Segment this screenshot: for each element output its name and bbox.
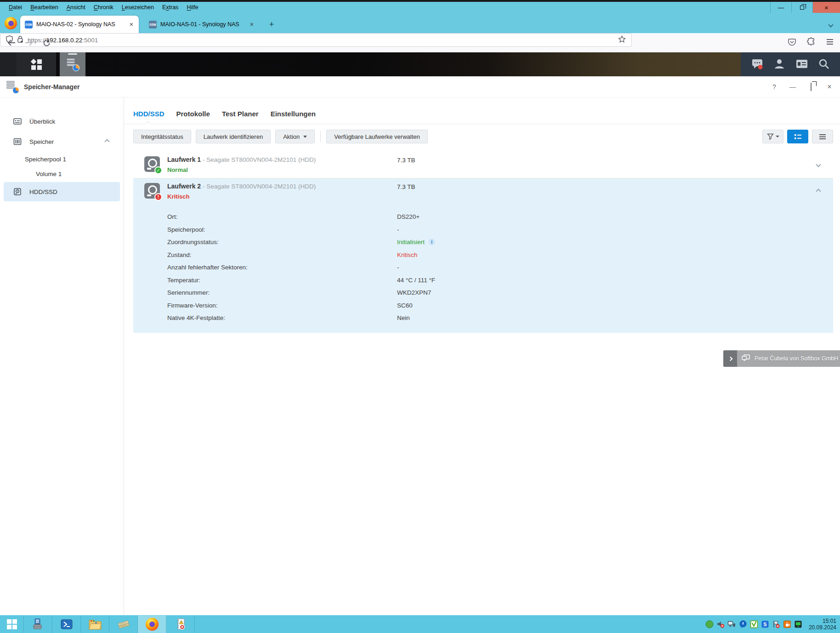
tab-title: MAIO-NAS-02 - Synology NAS [36, 21, 125, 28]
tray-network-icon[interactable] [727, 620, 736, 628]
firefox-menubar: Datei Bearbeiten Ansicht Chronik Lesezei… [0, 2, 840, 13]
drive-row-laufwerk-1[interactable]: ✓ Laufwerk 1 - Seagate ST8000VN004-2M210… [133, 152, 833, 178]
detail-row: Ort:DS220+ [167, 211, 833, 223]
laufwerk-identifizieren-button[interactable]: Laufwerk identifizieren [196, 130, 271, 143]
minimize-button[interactable]: — [789, 83, 797, 91]
storage-manager-icon [67, 58, 79, 70]
tab-protokolle[interactable]: Protokolle [176, 110, 210, 119]
firefox-tabbar: DSM MAIO-NAS-02 - Synology NAS × DSM MAI… [0, 13, 840, 33]
sidebar-item-speicher[interactable]: Speicher [4, 133, 120, 150]
menu-datei[interactable]: Datei [5, 3, 26, 11]
filter-button[interactable] [762, 130, 783, 143]
collapse-chevron-icon[interactable] [816, 188, 821, 194]
drive-row-laufwerk-2[interactable]: ! Laufwerk 2 - Seagate ST8000VN004-2M210… [133, 178, 833, 205]
dsm-bar-left-pad [0, 52, 17, 76]
panel-expand-button[interactable] [723, 350, 737, 367]
list-view-icon [794, 133, 802, 140]
compact-view-button[interactable] [812, 130, 833, 143]
close-window-button[interactable]: × [812, 2, 840, 13]
dsm-storage-manager-task-button[interactable] [60, 52, 85, 76]
svg-text:S: S [763, 622, 766, 627]
taskbar-notebook-error-app[interactable] [166, 616, 195, 633]
tray-volume-muted-icon[interactable] [716, 620, 725, 628]
dsm-main-menu-button[interactable] [17, 52, 56, 76]
pocket-icon[interactable] [788, 38, 796, 47]
taskbar-clock[interactable]: 15:01 20.09.2024 [809, 618, 836, 631]
sidebar-item-hdd-ssd[interactable]: HDD/SSD [4, 182, 120, 201]
sidebar-item-ueberblick[interactable]: Überblick [4, 113, 120, 130]
tray-green-v-icon[interactable] [750, 620, 758, 628]
tray-flag-error-icon[interactable] [772, 620, 780, 628]
tab-test-planer[interactable]: Test Planer [222, 110, 259, 119]
content-tabs: HDD/SSD Protokolle Test Planer Einstellu… [124, 105, 840, 124]
taskbar-books-app[interactable] [109, 616, 138, 633]
drive-name: Laufwerk 2 - Seagate ST8000VN004-2M2101 … [167, 182, 316, 190]
taskbar-powershell[interactable] [52, 616, 81, 633]
menu-bearbeiten[interactable]: Bearbeiten [26, 3, 62, 11]
bookmark-star-icon[interactable] [618, 35, 626, 45]
tray-sophos-icon[interactable]: S [761, 620, 769, 628]
hamburger-menu-icon[interactable] [826, 39, 834, 46]
restore-window-button[interactable] [791, 2, 812, 13]
menu-lesezeichen[interactable]: Lesezeichen [118, 3, 158, 11]
start-button[interactable] [0, 616, 24, 633]
tray-remote-monitor-icon[interactable] [794, 620, 802, 628]
dsm-favicon: DSM [149, 21, 157, 29]
screens-icon [742, 354, 750, 363]
info-icon[interactable]: i [428, 239, 435, 245]
teamviewer-session-panel: Petar Čubela von Softbox GmbH [723, 350, 840, 367]
taskbar-firefox[interactable] [138, 616, 166, 633]
detail-row: Zustand:Kritisch [167, 249, 833, 262]
tab-einstellungen[interactable]: Einstellungen [271, 110, 316, 119]
aktion-dropdown-button[interactable]: Aktion [275, 130, 315, 143]
new-tab-button[interactable]: + [267, 19, 277, 29]
url-bar[interactable]: https://192.168.0.22:5001 [0, 33, 632, 47]
user-account-icon[interactable] [773, 58, 785, 71]
menu-extras[interactable]: Extras [158, 3, 182, 11]
taskbar-server-manager[interactable] [24, 616, 52, 633]
windows-taskbar: S 15:01 20.09.2024 [0, 615, 840, 633]
close-button[interactable]: × [825, 83, 834, 91]
collapse-chevron-icon[interactable] [104, 139, 109, 144]
tab-close-icon[interactable]: × [249, 21, 255, 28]
detail-row: Native 4K-Festplatte:Nein [167, 312, 833, 325]
tray-green-status-icon[interactable] [705, 620, 714, 628]
expand-chevron-icon[interactable] [816, 162, 821, 167]
notifications-chat-icon[interactable] [751, 58, 764, 71]
browser-tab-inactive[interactable]: DSM MAIO-NAS-01 - Synology NAS × [144, 16, 259, 33]
menu-hilfe[interactable]: Hilfe [182, 3, 202, 11]
drive-list: ✓ Laufwerk 1 - Seagate ST8000VN004-2M210… [133, 152, 833, 333]
menu-chronik[interactable]: Chronik [90, 3, 118, 11]
tab-close-icon[interactable]: × [129, 21, 134, 28]
restore-button[interactable] [807, 83, 815, 91]
sidebar-item-speicherpool-1[interactable]: Speicherpool 1 [0, 153, 120, 165]
list-all-tabs-icon[interactable] [828, 22, 833, 27]
firefox-navbar: https://192.168.0.22:5001 [0, 33, 840, 52]
help-button[interactable]: ? [770, 83, 778, 91]
reload-icon[interactable] [41, 38, 51, 48]
search-icon[interactable] [818, 58, 830, 71]
lock-warning-icon[interactable] [17, 35, 23, 45]
extensions-puzzle-icon[interactable] [807, 38, 815, 47]
integritaetsstatus-button[interactable]: Integritätsstatus [133, 130, 191, 143]
window-titlebar[interactable]: Speicher-Manager ? — × [0, 76, 840, 97]
forward-icon[interactable] [24, 38, 34, 48]
minimize-window-button[interactable]: — [770, 2, 791, 13]
dsm-favicon: DSM [25, 21, 33, 29]
tray-java-update-icon[interactable] [783, 620, 791, 628]
tab-title: MAIO-NAS-01 - Synology NAS [160, 21, 245, 28]
list-view-button[interactable] [787, 130, 808, 143]
verfuegbare-laufwerke-button[interactable]: Verfügbare Laufwerke verwalten [326, 130, 427, 143]
tab-hdd-ssd[interactable]: HDD/SSD [133, 110, 165, 119]
window-controls: ? — × [770, 76, 834, 97]
detail-row: Zuordnungsstatus:Initialisierti [167, 236, 833, 249]
drive-status: Normal [167, 166, 188, 173]
restore-icon [800, 6, 804, 10]
back-icon[interactable] [6, 38, 17, 48]
taskbar-file-explorer[interactable] [81, 616, 109, 633]
menu-ansicht[interactable]: Ansicht [62, 3, 90, 11]
tray-alert-balloon-icon[interactable] [739, 620, 747, 628]
widgets-panel-icon[interactable] [795, 58, 808, 71]
sidebar-item-volume-1[interactable]: Volume 1 [0, 167, 120, 180]
browser-tab-active[interactable]: DSM MAIO-NAS-02 - Synology NAS × [20, 16, 139, 33]
